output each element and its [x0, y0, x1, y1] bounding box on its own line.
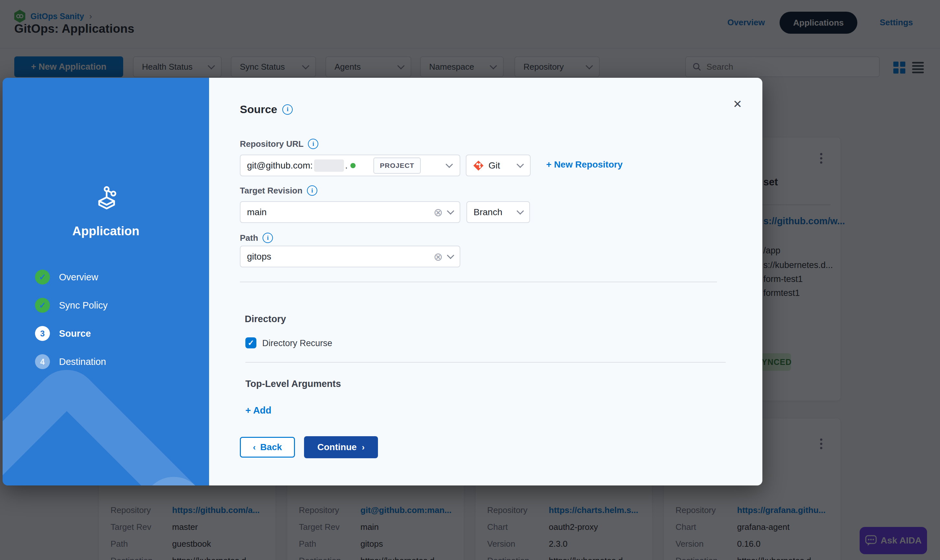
modal-sidebar: Application ✓ Overview ✓ Sync Policy 3 S…: [3, 78, 209, 485]
harness-watermark: [3, 357, 209, 485]
repository-url-suffix: .: [345, 160, 348, 171]
directory-heading: Directory: [245, 314, 286, 325]
top-level-arguments-heading: Top-Level Arguments: [245, 378, 341, 389]
wizard-title: Application: [3, 224, 209, 238]
new-application-modal: Application ✓ Overview ✓ Sync Policy 3 S…: [3, 78, 762, 485]
continue-button[interactable]: Continue ›: [304, 436, 378, 458]
path-input[interactable]: gitops ⊗: [240, 246, 460, 268]
wizard-step-source[interactable]: 3 Source: [35, 326, 91, 341]
step-label: Overview: [59, 272, 98, 283]
step-label: Destination: [59, 357, 106, 367]
ref-type-value: Branch: [474, 207, 518, 217]
chevron-left-icon: ‹: [253, 442, 256, 452]
info-icon[interactable]: i: [282, 105, 293, 115]
section-divider: [245, 362, 726, 363]
info-icon[interactable]: i: [307, 185, 317, 196]
wizard-step-overview[interactable]: ✓ Overview: [35, 270, 98, 285]
info-icon[interactable]: i: [263, 233, 273, 243]
chevron-down-icon: [447, 252, 454, 259]
target-revision-label: Target Revision i: [240, 185, 317, 196]
step-label: Sync Policy: [59, 300, 108, 311]
clear-icon[interactable]: ⊗: [434, 251, 443, 262]
new-repository-link[interactable]: + New Repository: [546, 160, 623, 170]
ref-type-select[interactable]: Branch: [466, 201, 530, 223]
back-button[interactable]: ‹ Back: [240, 437, 295, 458]
step-label: Source: [59, 328, 91, 339]
section-divider: [240, 282, 717, 282]
checkbox-check-icon: ✓: [248, 338, 254, 348]
step-check-icon: ✓: [35, 298, 50, 313]
section-heading: Source i: [240, 103, 293, 116]
step-number: 4: [35, 354, 50, 369]
path-value: gitops: [247, 251, 434, 262]
repo-provider-value: Git: [488, 160, 500, 171]
directory-recurse-checkbox[interactable]: ✓: [245, 337, 256, 348]
connected-status-dot: [351, 163, 355, 168]
target-revision-value: main: [247, 207, 434, 217]
application-git-box-icon: [95, 185, 118, 210]
close-icon[interactable]: ✕: [730, 96, 745, 112]
repo-provider-select[interactable]: Git: [466, 155, 531, 176]
directory-recurse-label: Directory Recurse: [262, 338, 332, 348]
section-heading-text: Source: [240, 103, 277, 116]
chevron-right-icon: ›: [362, 442, 365, 452]
chevron-down-icon: [446, 161, 453, 168]
redacted-text: [314, 160, 344, 172]
target-revision-input[interactable]: main ⊗: [240, 201, 460, 223]
repository-url-label: Repository URL i: [240, 139, 318, 149]
info-icon[interactable]: i: [308, 139, 318, 149]
modal-content: Source i ✕ Repository URL i git@github.c…: [209, 78, 762, 485]
wizard-step-destination[interactable]: 4 Destination: [35, 354, 106, 369]
chevron-down-icon: [517, 161, 524, 168]
repository-url-value: git@github.com:: [247, 160, 313, 171]
git-icon: [473, 160, 484, 171]
project-scope-tag: PROJECT: [374, 157, 421, 174]
step-check-icon: ✓: [35, 270, 50, 285]
clear-icon[interactable]: ⊗: [434, 207, 443, 218]
add-argument-link[interactable]: + Add: [245, 405, 271, 416]
back-button-label: Back: [260, 442, 282, 452]
path-label: Path i: [240, 233, 273, 243]
repository-url-select[interactable]: git@github.com: . PROJECT: [240, 155, 460, 176]
wizard-step-sync-policy[interactable]: ✓ Sync Policy: [35, 298, 108, 313]
chevron-down-icon: [447, 208, 454, 215]
step-number: 3: [35, 326, 50, 341]
chevron-down-icon: [517, 208, 524, 215]
continue-button-label: Continue: [317, 442, 357, 452]
